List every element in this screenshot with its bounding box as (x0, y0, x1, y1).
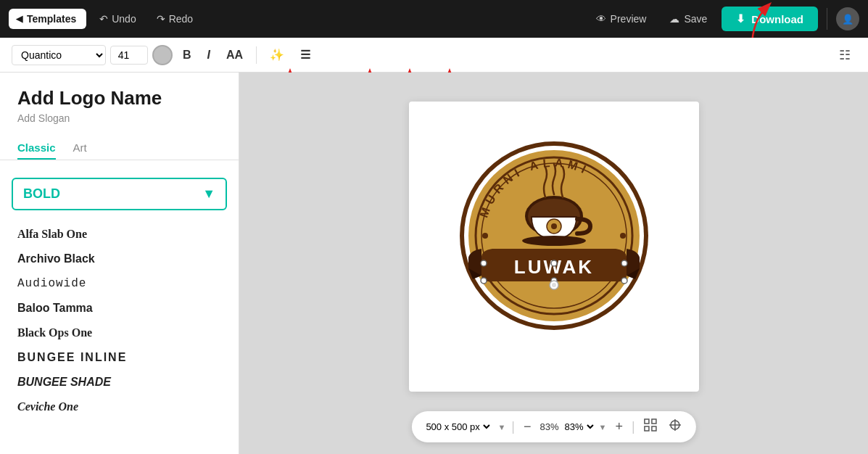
svg-point-17 (551, 223, 557, 229)
tab-classic-label: Classic (17, 141, 56, 154)
redo-label: Redo (169, 13, 193, 25)
font-name-label: Alfa Slab One (17, 228, 87, 240)
font-name-label: BUNGEE SHADE (17, 376, 111, 388)
sparkle-icon: ✨ (270, 49, 284, 61)
list-item[interactable]: BUNGEE SHADE (12, 370, 227, 395)
canvas-area: MURNI ALAMI (239, 73, 868, 454)
bottom-bar-separator-2: | (632, 419, 635, 434)
tab-classic[interactable]: Classic (17, 141, 56, 160)
italic-button[interactable]: I (202, 46, 216, 65)
svg-point-23 (551, 260, 557, 266)
toolbar-separator (256, 46, 257, 64)
zoom-label: 83% (540, 421, 558, 432)
download-label: Download (751, 13, 803, 25)
svg-point-26 (552, 283, 556, 287)
font-list: Alfa Slab One Archivo Black Audiowide Ba… (0, 219, 239, 422)
list-item[interactable]: Black Ops One (12, 321, 227, 345)
list-item[interactable]: Audiowide (12, 271, 227, 296)
avatar: 👤 (836, 7, 859, 30)
font-size-input[interactable] (110, 46, 148, 65)
save-label: Save (684, 13, 707, 25)
svg-point-22 (621, 278, 627, 284)
eye-icon: 👁 (596, 13, 606, 25)
sidebar: Add Logo Name Add Slogan Classic Art BOL… (0, 73, 239, 454)
italic-label: I (207, 49, 210, 61)
sidebar-header: Add Logo Name Add Slogan (0, 73, 239, 130)
zoom-display: 83% 83% ▼ (540, 421, 606, 433)
svg-point-19 (481, 260, 487, 266)
canvas-size-select[interactable]: 500 x 500 px (423, 421, 492, 433)
bottom-bar-separator: | (511, 419, 515, 434)
preview-button[interactable]: 👁 Preview (587, 9, 656, 29)
chevron-left-icon: ◀ (16, 14, 22, 24)
toolbar-wrapper: Quantico B I AA ✨ ☰ ☷ (0, 38, 868, 73)
cloud-icon: ☁ (669, 13, 679, 25)
undo-label: Undo (112, 13, 136, 25)
sidebar-subtitle: Add Slogan (17, 112, 221, 124)
font-name-label: Archivo Black (17, 252, 95, 265)
line-spacing-icon: ☰ (300, 49, 310, 61)
avatar-icon: 👤 (842, 14, 853, 25)
redo-icon: ↷ (157, 13, 165, 25)
font-name-label: Audiowide (17, 277, 86, 290)
align-icon (669, 420, 682, 434)
layers-icon: ☷ (839, 48, 851, 62)
tab-art[interactable]: Art (73, 141, 87, 160)
color-picker-button[interactable] (152, 45, 173, 65)
svg-point-11 (482, 233, 488, 239)
line-spacing-button[interactable]: ☰ (294, 45, 316, 65)
zoom-out-button[interactable]: − (521, 418, 534, 436)
preview-label: Preview (611, 13, 647, 25)
svg-text:LUWAK: LUWAK (513, 256, 593, 278)
grid-icon (644, 420, 657, 434)
list-item[interactable]: Archivo Black (12, 247, 227, 271)
nav-divider (827, 8, 827, 30)
svg-rect-27 (645, 419, 649, 424)
toolbar: Quantico B I AA ✨ ☰ ☷ (0, 38, 868, 73)
list-item[interactable]: Alfa Slab One (12, 222, 227, 247)
font-name-label: BUNGEE INLINE (17, 351, 127, 363)
tab-art-label: Art (73, 141, 87, 154)
main-content: Add Logo Name Add Slogan Classic Art BOL… (0, 73, 868, 454)
font-family-select[interactable]: Quantico (12, 45, 106, 65)
logo-svg: MURNI ALAMI (438, 131, 670, 363)
list-item[interactable]: BUNGEE INLINE (12, 345, 227, 370)
font-name-label: Black Ops One (17, 326, 92, 339)
sidebar-divider (0, 160, 239, 160)
font-name-label: Baloo Tamma (17, 302, 93, 314)
top-nav: ◀ Templates ↶ Undo ↷ Redo 👁 Preview ☁ Sa… (0, 0, 868, 38)
grid-button[interactable] (641, 417, 660, 437)
svg-rect-28 (652, 419, 656, 424)
font-category-dropdown[interactable]: BOLD ▼ (12, 178, 227, 210)
download-icon: ⬇ (736, 12, 745, 25)
text-case-button[interactable]: AA (220, 46, 249, 65)
category-label: BOLD (23, 186, 60, 202)
templates-button[interactable]: ◀ Templates (9, 9, 86, 29)
save-button[interactable]: ☁ Save (661, 9, 716, 29)
align-button[interactable] (666, 417, 685, 437)
aa-label: AA (226, 49, 243, 61)
sidebar-title: Add Logo Name (17, 87, 221, 110)
canvas-wrapper[interactable]: MURNI ALAMI (409, 102, 699, 392)
sidebar-tabs: Classic Art (0, 130, 239, 160)
bold-label: B (183, 49, 191, 61)
svg-point-21 (481, 278, 487, 284)
list-item[interactable]: Ceviche One (12, 395, 227, 419)
redo-button[interactable]: ↷ Redo (149, 9, 200, 29)
layers-button[interactable]: ☷ (833, 44, 856, 66)
zoom-in-button[interactable]: + (612, 418, 626, 436)
download-button[interactable]: ⬇ Download (722, 7, 818, 31)
templates-label: Templates (27, 13, 76, 25)
dropdown-arrow-icon: ▼ (202, 186, 215, 202)
svg-rect-30 (652, 426, 656, 431)
list-item[interactable]: Baloo Tamma (12, 296, 227, 321)
effects-button[interactable]: ✨ (264, 45, 290, 65)
bold-button[interactable]: B (177, 46, 197, 65)
undo-button[interactable]: ↶ Undo (92, 9, 143, 29)
font-name-label: Ceviche One (17, 400, 78, 413)
svg-point-15 (522, 236, 586, 246)
zoom-select[interactable]: 83% (562, 421, 596, 433)
svg-point-20 (621, 260, 627, 266)
undo-icon: ↶ (99, 13, 108, 25)
dropdown-arrow-icon: ▼ (497, 423, 505, 432)
